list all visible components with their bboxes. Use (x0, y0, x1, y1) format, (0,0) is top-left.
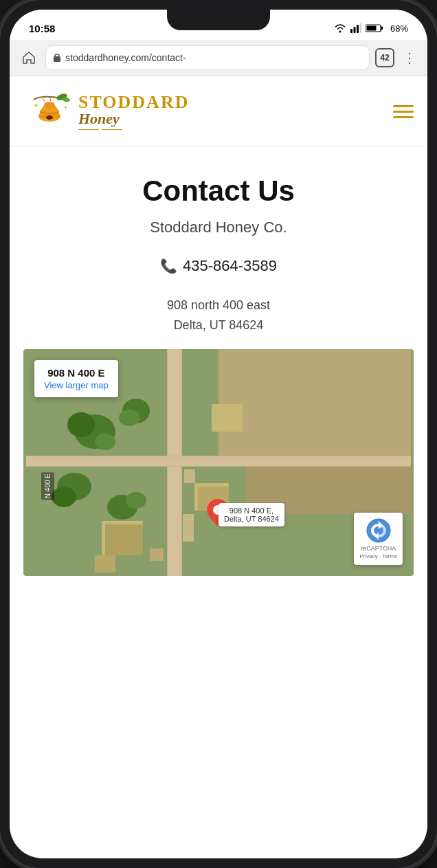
hamburger-menu[interactable] (393, 105, 414, 118)
svg-rect-5 (381, 27, 383, 30)
status-icons: 68% (334, 23, 408, 34)
beehive-logo: ✦ ✦ (23, 87, 78, 135)
phone-frame: 10:58 (0, 0, 437, 868)
screen-content: 10:58 (10, 10, 427, 858)
svg-rect-39 (212, 404, 243, 432)
svg-rect-1 (353, 27, 355, 33)
svg-point-32 (52, 487, 76, 507)
svg-point-30 (119, 410, 139, 426)
hamburger-line-1 (393, 105, 414, 107)
svg-rect-2 (357, 25, 359, 33)
url-text: stoddardhoney.com/contact- (65, 52, 362, 63)
hamburger-line-3 (393, 116, 414, 118)
page-title: Contact Us (23, 175, 414, 208)
signal-icon (350, 23, 361, 33)
view-larger-map-link[interactable]: View larger map (44, 380, 109, 390)
logo-area: ✦ ✦ STODDARD Honey (23, 87, 189, 135)
svg-rect-20 (218, 349, 411, 459)
website-content: ✦ ✦ STODDARD Honey (10, 76, 427, 590)
phone-number-row[interactable]: 📞 435-864-3589 (23, 257, 414, 275)
logo-line-left (78, 129, 99, 130)
svg-rect-40 (95, 555, 115, 572)
notch (167, 10, 270, 30)
status-time: 10:58 (29, 23, 55, 34)
recaptcha-text: reCAPTCHA (361, 545, 396, 552)
logo-lines (78, 129, 122, 130)
tab-count[interactable]: 42 (375, 48, 394, 67)
url-bar[interactable]: stoddardhoney.com/contact- (45, 45, 370, 70)
phone-number-text: 435-864-3589 (183, 257, 277, 275)
svg-rect-42 (184, 469, 195, 483)
logo-honey: Honey (78, 110, 120, 128)
pin-label-text: 908 N 400 E,Delta, UT 84624 (224, 507, 279, 523)
svg-rect-41 (150, 548, 164, 561)
svg-point-27 (67, 412, 95, 437)
logo-stoddard: STODDARD (78, 93, 189, 111)
svg-point-14 (46, 115, 53, 120)
battery-icon (366, 23, 383, 33)
svg-rect-6 (366, 26, 376, 31)
svg-rect-38 (105, 524, 143, 555)
phone-icon: 📞 (160, 258, 177, 274)
svg-text:✦: ✦ (63, 104, 68, 111)
privacy-terms[interactable]: Privacy · Terms (359, 553, 397, 559)
hamburger-line-2 (393, 111, 414, 113)
svg-text:✦: ✦ (33, 102, 38, 109)
map-address-text: 908 N 400 E (44, 367, 109, 379)
road-label: N 400 E (41, 472, 54, 500)
svg-rect-25 (26, 456, 411, 466)
recaptcha-logo (366, 518, 391, 543)
svg-rect-3 (359, 23, 361, 33)
company-name: Stoddard Honey Co. (23, 219, 414, 236)
svg-point-34 (126, 492, 146, 509)
address-line-1: 908 north 400 east (23, 296, 414, 315)
svg-line-8 (43, 98, 45, 102)
svg-rect-0 (350, 29, 352, 33)
logo-text: STODDARD Honey (78, 93, 189, 130)
svg-rect-43 (183, 514, 194, 542)
wifi-icon (334, 23, 346, 33)
svg-point-28 (95, 434, 115, 450)
battery-percent: 68% (390, 23, 408, 34)
map-container[interactable]: 908 N 400 E View larger map N 400 E (23, 349, 414, 576)
address-line-2: Delta, UT 84624 (23, 315, 414, 335)
lock-icon (53, 52, 61, 64)
logo-line-right (102, 129, 122, 130)
screen: 10:58 (10, 10, 427, 858)
recaptcha-badge: reCAPTCHA Privacy · Terms (354, 513, 403, 565)
svg-point-13 (44, 102, 55, 109)
map-info-box: 908 N 400 E View larger map (34, 360, 118, 397)
home-button[interactable] (18, 47, 40, 69)
address-block: 908 north 400 east Delta, UT 84624 (23, 296, 414, 335)
site-header: ✦ ✦ STODDARD Honey (10, 76, 427, 147)
map-background: 908 N 400 E View larger map N 400 E (23, 349, 414, 576)
browser-chrome: stoddardhoney.com/contact- 42 ⋮ (10, 40, 427, 76)
main-content: Contact Us Stoddard Honey Co. 📞 435-864-… (10, 147, 427, 590)
svg-rect-7 (54, 56, 60, 62)
map-pin-label: 908 N 400 E,Delta, UT 84624 (218, 503, 284, 526)
more-button[interactable]: ⋮ (400, 48, 419, 67)
